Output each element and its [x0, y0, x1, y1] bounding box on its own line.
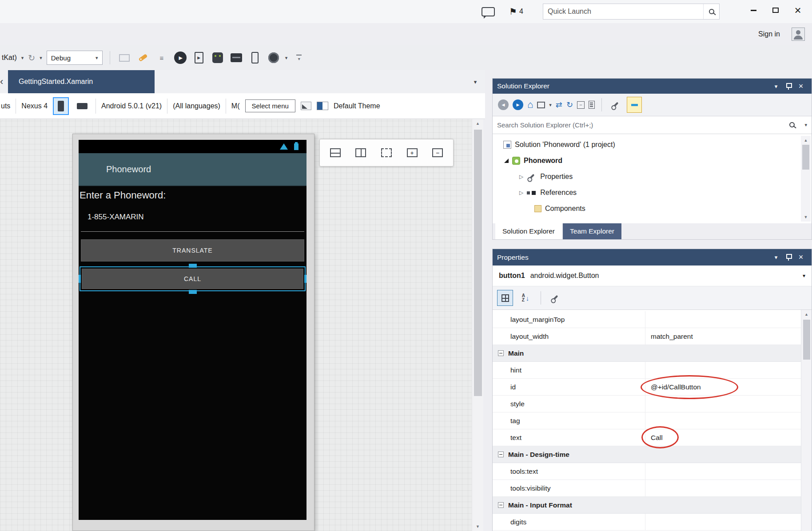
refresh-icon[interactable] — [28, 53, 35, 63]
resize-handle-bottom[interactable] — [189, 290, 197, 294]
property-value[interactable] — [645, 480, 801, 496]
show-all-files-button[interactable] — [609, 98, 623, 112]
collapse-all-button[interactable] — [577, 101, 585, 109]
property-value-text[interactable]: Call — [645, 429, 801, 446]
window-position-dropdown[interactable] — [770, 83, 782, 90]
scroll-thumb[interactable] — [474, 130, 482, 396]
property-value[interactable] — [645, 463, 801, 479]
categorized-view-button[interactable] — [497, 290, 513, 306]
tab-scroll-left-button[interactable] — [0, 70, 6, 93]
run-on-device-button[interactable] — [192, 51, 206, 65]
tree-node-project[interactable]: Phoneword — [493, 153, 812, 169]
property-value[interactable] — [645, 514, 801, 530]
select-menu-dropdown[interactable]: Select menu — [245, 99, 295, 112]
tab-gettingstarted-xamarin[interactable]: GettingStarted.Xamarin — [8, 70, 155, 93]
expander-closed-icon[interactable] — [519, 174, 523, 180]
zoom-out-button[interactable] — [426, 142, 449, 163]
chevron-down-icon[interactable] — [804, 122, 807, 128]
resize-handle-left[interactable] — [79, 275, 81, 283]
expander-open-icon[interactable] — [504, 159, 509, 163]
chevron-down-icon[interactable] — [549, 102, 552, 108]
sign-in-link[interactable]: Sign in — [758, 30, 780, 38]
selection-box[interactable]: CALL — [80, 266, 306, 291]
property-value[interactable] — [645, 311, 801, 328]
property-name[interactable]: layout_marginTop — [493, 311, 645, 328]
designer-clipped-label[interactable]: uts — [1, 102, 10, 110]
chevron-down-icon[interactable] — [21, 55, 24, 61]
quick-launch-search-area[interactable] — [703, 4, 719, 19]
fit-to-view-button[interactable] — [375, 142, 398, 163]
minimize-button[interactable] — [744, 3, 763, 18]
document-list-dropdown[interactable] — [466, 70, 485, 93]
solution-search-input[interactable] — [493, 116, 812, 134]
resize-handle-top[interactable] — [189, 264, 197, 268]
tree-node-references[interactable]: References — [493, 185, 812, 201]
property-value[interactable] — [645, 412, 801, 429]
zoom-in-button[interactable] — [401, 142, 423, 163]
design-surface[interactable]: Phoneword Enter a Phoneword: 1-855-XAMAR… — [0, 119, 472, 531]
scroll-down-arrow[interactable] — [472, 522, 483, 531]
pin-button[interactable] — [782, 254, 795, 261]
scroll-thumb[interactable] — [802, 145, 809, 170]
scroll-thumb[interactable] — [803, 320, 810, 360]
maximize-button[interactable] — [766, 3, 785, 18]
tree-node-solution[interactable]: Solution 'Phoneword' (1 project) — [493, 137, 812, 153]
property-name[interactable]: id — [493, 379, 645, 395]
deploy-button[interactable] — [117, 51, 131, 65]
landscape-button[interactable] — [74, 97, 90, 115]
split-vertical-button[interactable] — [350, 142, 372, 163]
device-manager-button[interactable] — [248, 51, 262, 65]
list-options-button[interactable] — [155, 51, 169, 65]
tab-solution-explorer[interactable]: Solution Explorer — [495, 223, 562, 239]
selected-object-row[interactable]: button1 android.widget.Button — [493, 266, 812, 286]
start-debug-button[interactable] — [173, 51, 187, 65]
back-button[interactable] — [498, 99, 509, 110]
search-icon[interactable] — [789, 122, 795, 127]
sdk-manager-button[interactable] — [267, 51, 281, 65]
tab-team-explorer[interactable]: Team Explorer — [563, 223, 621, 239]
property-name[interactable]: tools:text — [493, 463, 645, 479]
call-button-widget[interactable]: CALL — [82, 269, 303, 289]
object-selector-dropdown[interactable] — [803, 273, 805, 279]
property-name[interactable]: digits — [493, 514, 645, 530]
attach-button[interactable] — [136, 51, 150, 65]
collapse-category-icon[interactable] — [498, 502, 504, 508]
textview-widget[interactable]: Enter a Phoneword: — [80, 190, 166, 201]
property-name[interactable]: tag — [493, 412, 645, 429]
property-value[interactable] — [645, 362, 801, 378]
device-dropdown-clipped[interactable]: tKat) — [2, 54, 17, 62]
action-bar-preview-icon[interactable] — [301, 102, 311, 110]
tree-node-properties[interactable]: Properties — [493, 169, 812, 185]
language-selector[interactable]: (All languages) — [173, 102, 220, 110]
alphabetical-sort-button[interactable] — [517, 290, 533, 306]
scroll-up-arrow[interactable] — [472, 119, 483, 128]
resize-handle-right[interactable] — [304, 275, 306, 283]
phone-screen[interactable]: Phoneword Enter a Phoneword: 1-855-XAMAR… — [79, 140, 306, 520]
screenshot-button[interactable] — [229, 51, 243, 65]
translate-button-widget[interactable]: TRANSLATE — [81, 239, 304, 262]
user-avatar-icon[interactable] — [792, 28, 805, 41]
property-name[interactable]: text — [493, 429, 645, 446]
chevron-down-icon[interactable] — [285, 55, 288, 61]
android-action-bar[interactable]: Phoneword — [79, 153, 306, 186]
device-selector[interactable]: Nexus 4 — [21, 102, 48, 110]
portrait-button[interactable] — [53, 97, 69, 115]
property-value[interactable]: match_parent — [645, 328, 801, 345]
android-emulator-button[interactable] — [211, 51, 225, 65]
theme-selector[interactable]: Default Theme — [334, 102, 380, 110]
property-name[interactable]: hint — [493, 362, 645, 378]
notifications[interactable]: 4 — [509, 4, 523, 19]
quick-launch-input[interactable] — [543, 4, 703, 19]
split-horizontal-button[interactable] — [324, 142, 346, 163]
preview-selected-items-toggle[interactable] — [627, 97, 642, 113]
pin-button[interactable] — [782, 83, 795, 90]
sync-with-active-document-button[interactable] — [556, 100, 562, 110]
property-pages-button[interactable] — [548, 291, 562, 305]
chevron-down-icon[interactable] — [40, 55, 42, 61]
window-position-dropdown[interactable] — [770, 254, 782, 261]
close-panel-button[interactable] — [795, 82, 807, 91]
property-name[interactable]: tools:visibility — [493, 480, 645, 496]
tree-scrollbar[interactable] — [801, 136, 811, 222]
tree-node-components[interactable]: Components — [493, 201, 812, 217]
scroll-up-arrow[interactable] — [801, 136, 811, 145]
